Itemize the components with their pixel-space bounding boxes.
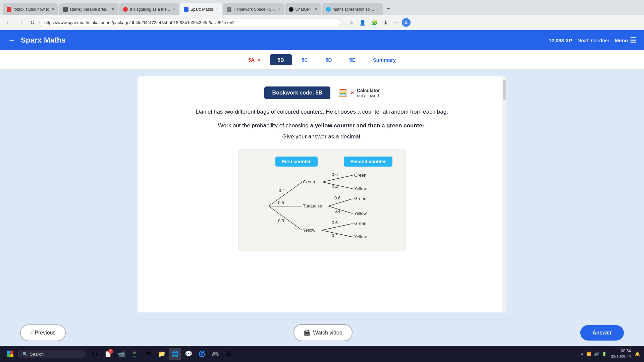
back-button[interactable]: ← — [4, 18, 13, 27]
menu-button[interactable]: Menu ☰ — [615, 36, 636, 44]
taskbar-edge-icon[interactable]: 🌀 — [196, 348, 208, 360]
svg-text:Turquoise: Turquoise — [303, 203, 322, 208]
svg-text:0.2: 0.2 — [279, 188, 285, 193]
taskbar-notification-icon[interactable]: 📋 1 — [102, 348, 114, 360]
taskbar-email-icon[interactable]: ✉ — [142, 348, 154, 360]
taskbar-explorer-icon[interactable]: 🗂 — [89, 348, 101, 360]
tab-close-icon[interactable]: ✕ — [314, 7, 317, 11]
calculator-icon: 🧮 — [338, 88, 347, 97]
second-counter-header[interactable]: Second counter — [344, 157, 393, 167]
tab-close-icon[interactable]: ✕ — [51, 7, 54, 11]
svg-text:0.6: 0.6 — [334, 195, 340, 200]
back-to-home-button[interactable]: ← — [8, 36, 15, 45]
bookwork-row: Bookwork code: 5B 🧮 ✕ Calculator not all… — [151, 86, 493, 99]
taskbar-browser-icon[interactable]: 🌐 — [169, 348, 181, 360]
tab-summary[interactable]: Summary — [365, 54, 404, 65]
answer-button[interactable]: Answer — [580, 325, 624, 341]
tree-container: First counter Second counter 0.2 Green 0… — [151, 149, 493, 251]
svg-text:0.4: 0.4 — [334, 209, 340, 214]
taskbar-video-icon[interactable]: 📹 — [115, 348, 127, 360]
tab-homework[interactable]: Homework Space - S... ✕ — [223, 3, 284, 15]
svg-line-0 — [269, 182, 302, 206]
tree-svg: 0.2 Green 0.6 Green 0.4 Yellow — [249, 169, 396, 243]
profile-icon[interactable]: 👤 — [357, 18, 368, 27]
tab-bar: roblox studio how to ✕ stanley parable b… — [0, 0, 644, 15]
svg-text:Yellow: Yellow — [303, 228, 316, 233]
first-counter-header[interactable]: First counter — [275, 157, 318, 167]
taskbar-steam2-icon[interactable]: 🕹 — [223, 348, 235, 360]
taskbar-discord-icon[interactable]: 💬 — [182, 348, 195, 360]
previous-button[interactable]: ‹ Previous — [20, 324, 66, 341]
profile-avatar[interactable]: S — [402, 18, 411, 27]
tab-close-icon[interactable]: ✕ — [215, 7, 218, 11]
bottom-nav: ‹ Previous 🎬 Watch video Answer — [0, 319, 644, 346]
taskbar: 🔍 Search 🗂 📋 1 📹 📱 ✉ 📁 🌐 💬 🌀 🎮 🕹 ∧ 📶 🔊 🔋… — [0, 346, 644, 362]
search-icon: 🔍 — [22, 352, 28, 357]
svg-text:0.3: 0.3 — [278, 218, 284, 223]
tab-5B[interactable]: 5B — [270, 54, 292, 65]
tab-close-icon[interactable]: ✕ — [172, 7, 175, 11]
tab-stanley[interactable]: stanley parable brea... ✕ — [59, 3, 119, 15]
more-icon[interactable]: ⋯ — [391, 18, 400, 27]
tab-label: maths screenshot sol... — [333, 7, 374, 12]
calculator-x-icon: ✕ — [350, 90, 354, 96]
reload-button[interactable]: ↻ — [28, 18, 37, 27]
tab-roblox[interactable]: roblox studio how to ✕ — [3, 3, 58, 15]
svg-text:0.4: 0.4 — [332, 233, 338, 238]
main-area: Bookwork code: 5B 🧮 ✕ Calculator not all… — [0, 70, 644, 319]
scrollbar-track[interactable] — [502, 76, 506, 312]
browser-chrome: roblox studio how to ✕ stanley parable b… — [0, 0, 644, 30]
calculator-status: Calculator not allowed — [357, 88, 380, 98]
tab-close-icon[interactable]: ✕ — [376, 7, 379, 11]
tab-maths-screenshot[interactable]: maths screenshot sol... ✕ — [322, 3, 383, 15]
network-icon[interactable]: 📶 — [586, 352, 591, 356]
taskbar-clock: 00:54 02/10/2024 — [611, 348, 631, 360]
extension-icon[interactable]: 🧩 — [369, 18, 380, 27]
download-icon[interactable]: ⬇ — [381, 18, 390, 27]
new-tab-button[interactable]: + — [384, 5, 393, 12]
svg-text:0.6: 0.6 — [332, 172, 338, 177]
svg-text:Green: Green — [354, 196, 366, 201]
svg-text:Yellow: Yellow — [354, 234, 367, 239]
chevron-up-icon[interactable]: ∧ — [581, 352, 584, 356]
notification-icon[interactable]: 🔔 — [635, 352, 640, 356]
tab-favicon — [123, 7, 128, 12]
tab-chatgpt[interactable]: ChatGPT ✕ — [285, 3, 321, 15]
scrollbar-thumb[interactable] — [503, 80, 506, 100]
tab-disguise[interactable]: If disguising as a frie... ✕ — [119, 3, 179, 15]
calculator-info: 🧮 ✕ Calculator not allowed — [338, 88, 380, 98]
tab-5D[interactable]: 5D — [317, 54, 340, 65]
taskbar-phone-icon[interactable]: 📱 — [129, 348, 141, 360]
url-text: https://www.sparxmaths.uk/student/packag… — [44, 20, 336, 25]
tab-5E[interactable]: 5E — [341, 54, 363, 65]
tab-close-icon[interactable]: ✕ — [111, 7, 114, 11]
svg-text:0.4: 0.4 — [332, 184, 338, 189]
watch-video-button[interactable]: 🎬 Watch video — [293, 324, 352, 341]
question-text-3: Give your answer as a decimal. — [151, 133, 493, 140]
taskbar-right: ∧ 📶 🔊 🔋 00:54 02/10/2024 🔔 — [581, 348, 640, 360]
volume-icon[interactable]: 🔊 — [594, 352, 599, 356]
tab-5C[interactable]: 5C — [293, 54, 316, 65]
battery-icon[interactable]: 🔋 — [602, 352, 607, 356]
taskbar-files-icon[interactable]: 📁 — [156, 348, 168, 360]
app-header: ← Sparx Maths 12,098 XP Noah Gardner Men… — [0, 30, 644, 50]
tab-favicon — [227, 7, 231, 12]
user-name: Noah Gardner — [578, 38, 609, 43]
start-button[interactable] — [4, 348, 16, 360]
tab-close-icon[interactable]: ✕ — [277, 7, 280, 11]
svg-text:0.6: 0.6 — [332, 220, 338, 225]
chevron-left-icon: ‹ — [30, 330, 32, 336]
tree-diagram: First counter Second counter 0.2 Green 0… — [238, 149, 406, 251]
tab-favicon — [184, 7, 189, 12]
svg-text:Green: Green — [354, 221, 366, 226]
taskbar-search[interactable]: 🔍 Search — [18, 350, 85, 358]
forward-button[interactable]: → — [16, 18, 25, 27]
video-icon: 🎬 — [304, 329, 310, 336]
address-bar[interactable]: https://www.sparxmaths.uk/student/packag… — [39, 18, 341, 27]
taskbar-steam1-icon[interactable]: 🎮 — [209, 348, 221, 360]
svg-text:0.5: 0.5 — [278, 200, 284, 205]
tab-sparx[interactable]: Sparx Maths ✕ — [180, 3, 222, 15]
svg-text:Green: Green — [303, 179, 315, 184]
bookmark-icon[interactable]: ☆ — [347, 18, 356, 27]
tab-5A[interactable]: 5A ✕ — [240, 54, 268, 65]
